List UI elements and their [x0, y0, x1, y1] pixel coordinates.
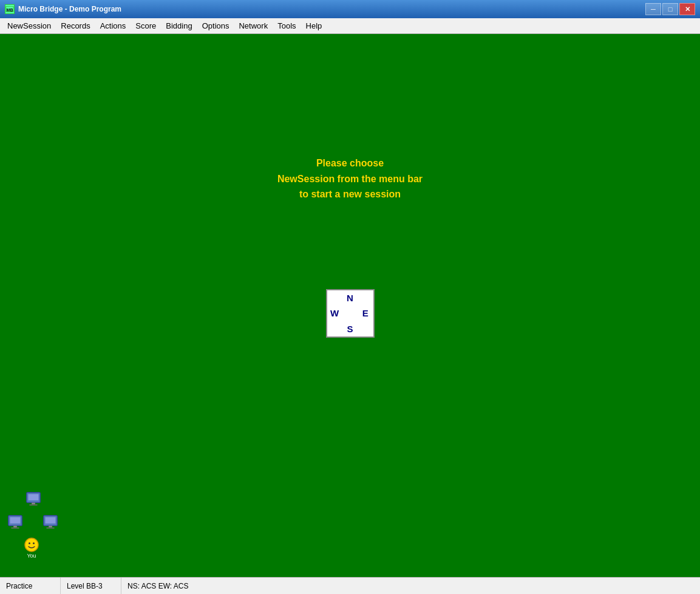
- compass-east: E: [358, 306, 373, 321]
- status-practice: Practice: [0, 578, 61, 594]
- message-line3: to start a new session: [277, 186, 423, 202]
- app-icon: MB: [5, 4, 15, 14]
- svg-text:MB: MB: [7, 8, 13, 12]
- compass-cell-empty-se: [358, 321, 373, 336]
- you-label: You: [27, 553, 36, 559]
- menu-records[interactable]: Records: [56, 19, 95, 32]
- computer-icon-west: [6, 513, 24, 533]
- compass-card: N W E S: [326, 289, 375, 338]
- menu-actions[interactable]: Actions: [95, 19, 131, 32]
- center-message: Please choose NewSession from the menu b…: [277, 155, 423, 202]
- compass-west: W: [327, 306, 342, 321]
- close-button[interactable]: ✕: [679, 3, 695, 15]
- main-area: Please choose NewSession from the menu b…: [0, 34, 700, 577]
- svg-point-15: [29, 542, 30, 544]
- menu-network[interactable]: Network: [234, 19, 273, 32]
- status-level: Level BB-3: [61, 578, 121, 594]
- svg-rect-13: [46, 527, 54, 528]
- svg-point-14: [25, 538, 38, 551]
- svg-point-16: [33, 542, 35, 544]
- compass-cell-empty-sw: [327, 321, 342, 336]
- message-line2: NewSession from the menu bar: [277, 171, 423, 187]
- you-icon: You: [24, 538, 39, 559]
- compass-south: S: [342, 321, 358, 336]
- computer-icon-east: [41, 513, 59, 533]
- svg-rect-4: [32, 503, 35, 505]
- compass-cell-empty-ne: [358, 290, 373, 306]
- status-ns-ew: NS: ACS EW: ACS: [121, 578, 194, 594]
- svg-rect-12: [49, 526, 52, 528]
- svg-rect-7: [10, 517, 21, 524]
- menu-bidding[interactable]: Bidding: [161, 19, 197, 32]
- svg-rect-3: [29, 494, 39, 500]
- title-bar-controls: ─ □ ✕: [645, 3, 695, 15]
- compass-center: [342, 306, 358, 321]
- minimize-button[interactable]: ─: [645, 3, 661, 15]
- svg-rect-9: [11, 527, 19, 528]
- menu-help[interactable]: Help: [301, 19, 327, 32]
- menu-options[interactable]: Options: [197, 19, 234, 32]
- menu-tools[interactable]: Tools: [273, 19, 301, 32]
- window-title: Micro Bridge - Demo Program: [18, 5, 121, 13]
- computer-icon-north: [24, 490, 42, 510]
- menu-new-session[interactable]: NewSession: [2, 19, 56, 32]
- svg-rect-5: [29, 504, 37, 505]
- svg-rect-11: [46, 517, 56, 524]
- maximize-button[interactable]: □: [662, 3, 678, 15]
- compass-cell-empty-nw: [327, 290, 342, 306]
- menu-score[interactable]: Score: [131, 19, 161, 32]
- title-bar-left: MB Micro Bridge - Demo Program: [5, 4, 121, 14]
- message-line1: Please choose: [277, 155, 423, 171]
- title-bar: MB Micro Bridge - Demo Program ─ □ ✕: [0, 0, 700, 18]
- status-bar: Practice Level BB-3 NS: ACS EW: ACS: [0, 577, 700, 594]
- menu-bar: NewSession Records Actions Score Bidding…: [0, 18, 700, 34]
- compass-north: N: [342, 290, 358, 306]
- svg-rect-8: [13, 526, 17, 528]
